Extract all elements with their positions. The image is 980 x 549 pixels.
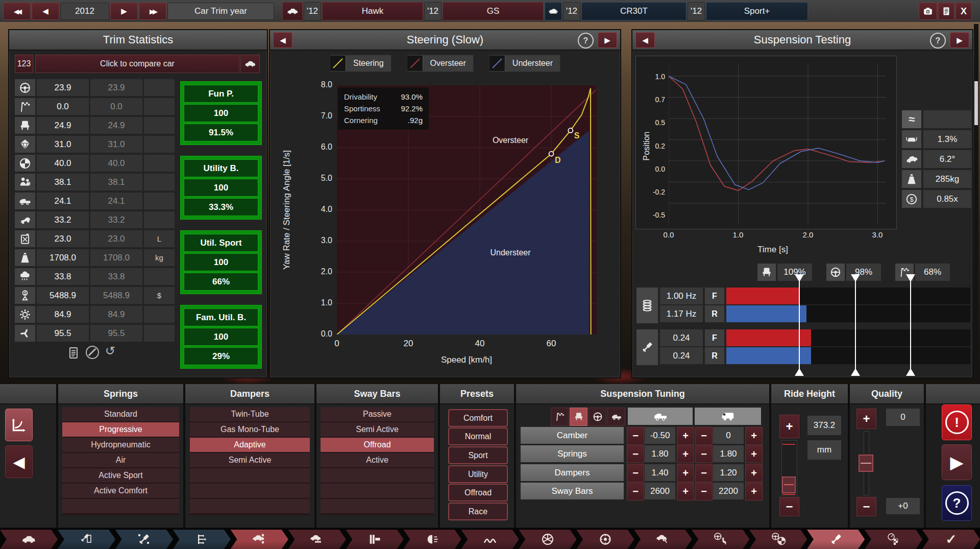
Camber-front-minus-button[interactable]: − bbox=[627, 427, 644, 445]
tuning-bias-comfort-button[interactable] bbox=[570, 408, 587, 426]
nav-tab-suspension-tree[interactable] bbox=[173, 530, 231, 549]
Springs-rear-minus-button[interactable]: − bbox=[695, 445, 713, 463]
preset-utility[interactable]: Utility bbox=[448, 465, 508, 483]
springs-option-air[interactable]: Air bbox=[62, 453, 179, 467]
compare-car-button[interactable]: Click to compare car bbox=[35, 55, 239, 73]
scrollbar[interactable] bbox=[974, 24, 978, 385]
warnings-button[interactable]: ! bbox=[942, 404, 972, 440]
sportiness-slider-top-handle[interactable] bbox=[906, 274, 915, 282]
sway-bars-option-offroad[interactable]: Offroad bbox=[321, 438, 434, 452]
nav-tab-suspension-type[interactable] bbox=[58, 530, 115, 549]
car-model-button[interactable] bbox=[282, 2, 303, 20]
ride-height-decrease-button[interactable]: − bbox=[779, 497, 799, 516]
springs-option-active-comfort[interactable]: Active Comfort bbox=[62, 484, 179, 498]
nav-tab-car-suspension[interactable] bbox=[231, 530, 288, 549]
dampers-option-semi-active[interactable]: Semi Active bbox=[190, 453, 310, 467]
Camber-rear-plus-button[interactable]: + bbox=[745, 427, 763, 445]
drivability-slider-top-handle[interactable] bbox=[851, 274, 860, 282]
comfort-target-slider[interactable] bbox=[799, 281, 800, 372]
nav-tab-brakes[interactable] bbox=[576, 530, 634, 549]
help-icon[interactable]: ? bbox=[930, 33, 946, 49]
quality-slider-handle[interactable] bbox=[859, 455, 873, 472]
ride-height-increase-button[interactable]: + bbox=[779, 415, 799, 438]
preset-normal[interactable]: Normal bbox=[448, 427, 508, 445]
dampers-option-twin-tube[interactable]: Twin-Tube bbox=[190, 407, 310, 421]
ride-height-slider[interactable] bbox=[781, 440, 797, 495]
model-name-button[interactable]: Hawk bbox=[322, 2, 423, 20]
tuning-bias-drivability-button[interactable] bbox=[589, 408, 606, 426]
notes-button[interactable] bbox=[938, 3, 954, 20]
forward-button[interactable]: ▶ bbox=[942, 444, 972, 480]
preset-offroad[interactable]: Offroad bbox=[448, 484, 508, 502]
last-year-button[interactable]: ▶▶ bbox=[139, 3, 166, 20]
legend-steering[interactable]: Steering bbox=[330, 55, 391, 72]
prev-graph-button[interactable]: ◀ bbox=[635, 32, 655, 48]
springs-option-standard[interactable]: Standard bbox=[62, 407, 179, 421]
comfort-slider-top-handle[interactable] bbox=[795, 274, 804, 282]
engine-family-name-button[interactable]: CR30T bbox=[581, 2, 687, 20]
Camber-front-plus-button[interactable]: + bbox=[677, 427, 694, 445]
Dampers-rear-minus-button[interactable]: − bbox=[695, 464, 713, 482]
nav-tab-aero[interactable] bbox=[634, 530, 692, 549]
Dampers-front-minus-button[interactable]: − bbox=[627, 464, 644, 482]
sway-bars-option-active[interactable]: Active bbox=[321, 453, 434, 467]
next-year-button[interactable]: ▶ bbox=[110, 3, 138, 20]
quality-decrease-button[interactable]: − bbox=[856, 497, 876, 516]
nav-tab-finish[interactable]: ✓ bbox=[922, 530, 980, 549]
dampers-option-gas-mono-tube[interactable]: Gas Mono-Tube bbox=[190, 422, 310, 437]
trim-name-button[interactable]: GS bbox=[443, 2, 544, 20]
sportiness-target-slider[interactable] bbox=[910, 281, 911, 372]
engine-family-button[interactable] bbox=[545, 2, 562, 20]
compare-number-button[interactable]: 123 bbox=[15, 55, 33, 73]
prev-year-button[interactable]: ◀ bbox=[32, 3, 59, 20]
tuning-bias-utility-button[interactable] bbox=[607, 408, 625, 426]
Dampers-front-plus-button[interactable]: + bbox=[677, 464, 694, 482]
Springs-rear-plus-button[interactable]: + bbox=[745, 445, 763, 463]
sway-bars-option-semi-active[interactable]: Semi Active bbox=[321, 422, 434, 437]
graph-view-button[interactable] bbox=[5, 409, 33, 441]
tuning-bias-sportiness-button[interactable] bbox=[551, 408, 569, 426]
nav-tab-seats[interactable] bbox=[288, 530, 346, 549]
comfort-slider-bottom-handle[interactable] bbox=[795, 368, 804, 376]
sportiness-slider-bottom-handle[interactable] bbox=[906, 368, 915, 376]
Sway Bars-rear-plus-button[interactable]: + bbox=[745, 483, 763, 500]
help-button[interactable]: ? bbox=[942, 485, 972, 521]
photo-button[interactable] bbox=[919, 3, 937, 20]
Springs-front-minus-button[interactable]: − bbox=[627, 445, 644, 463]
nav-tab-road[interactable] bbox=[461, 530, 519, 549]
Dampers-rear-plus-button[interactable]: + bbox=[745, 464, 763, 482]
back-button[interactable]: ◀ bbox=[5, 445, 33, 478]
close-button[interactable]: X bbox=[955, 3, 972, 20]
legend-oversteer[interactable]: Oversteer bbox=[407, 55, 474, 72]
drivability-slider-bottom-handle[interactable] bbox=[851, 368, 860, 376]
next-graph-button[interactable]: ▶ bbox=[598, 32, 617, 48]
stats-sheet-button[interactable] bbox=[66, 346, 81, 360]
marker-s-point[interactable] bbox=[568, 128, 573, 133]
springs-option-hydropneumatic[interactable]: Hydropneumatic bbox=[62, 438, 179, 452]
sway-bars-option-passive[interactable]: Passive bbox=[321, 407, 434, 421]
compare-car-picker-button[interactable] bbox=[240, 55, 260, 73]
Sway Bars-front-plus-button[interactable]: + bbox=[677, 483, 694, 500]
dampers-option-adaptive[interactable]: Adaptive bbox=[190, 438, 310, 452]
scrollbar-thumb[interactable] bbox=[974, 81, 978, 125]
Sway Bars-rear-minus-button[interactable]: − bbox=[695, 483, 713, 500]
nav-tab-driving-aids[interactable] bbox=[692, 530, 749, 549]
preset-comfort[interactable]: Comfort bbox=[448, 409, 508, 427]
legend-understeer[interactable]: Understeer bbox=[489, 55, 560, 72]
help-icon[interactable]: ? bbox=[578, 33, 594, 49]
engine-variant-button[interactable]: Sport+ bbox=[706, 2, 808, 20]
wave-toggle[interactable]: ≈ bbox=[902, 110, 921, 128]
springs-option-active-sport[interactable]: Active Sport bbox=[62, 468, 179, 483]
preset-race[interactable]: Race bbox=[448, 503, 508, 520]
nav-tab-car-body[interactable] bbox=[0, 530, 58, 549]
marker-d-point[interactable] bbox=[549, 152, 554, 156]
Camber-rear-minus-button[interactable]: − bbox=[695, 427, 713, 445]
ride-height-slider-handle[interactable] bbox=[782, 476, 796, 493]
first-year-button[interactable]: ◀◀ bbox=[3, 3, 31, 20]
nav-tab-safety[interactable] bbox=[749, 530, 807, 549]
Sway Bars-front-minus-button[interactable]: − bbox=[627, 483, 644, 500]
clear-comparison-button[interactable] bbox=[86, 346, 99, 359]
nav-tab-suspension-parts[interactable] bbox=[115, 530, 173, 549]
nav-tab-headlights[interactable] bbox=[404, 530, 461, 549]
reset-button[interactable]: ↺ bbox=[105, 344, 115, 358]
